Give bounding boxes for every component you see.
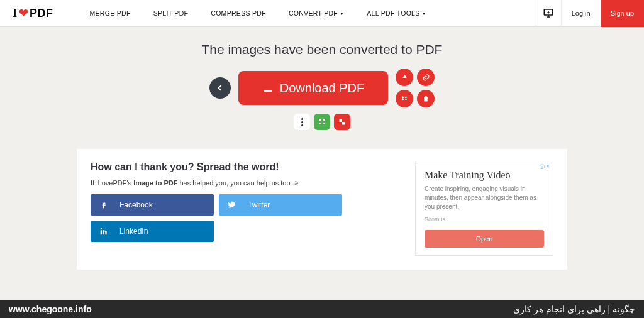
nav-merge[interactable]: MERGE PDF: [79, 9, 142, 17]
heart-icon: ❤: [19, 6, 29, 20]
svg-rect-2: [323, 119, 325, 121]
tool-red-button[interactable]: [334, 114, 350, 130]
ad-brand: Soomus: [425, 216, 544, 222]
chevron-down-icon: ▼: [340, 11, 344, 16]
svg-rect-1: [319, 119, 321, 121]
download-icon: [262, 82, 274, 94]
svg-rect-3: [319, 123, 321, 124]
success-title: The images have been converted to PDF: [0, 42, 644, 57]
logo-i: I: [13, 7, 18, 20]
logo-pdf: PDF: [30, 7, 53, 20]
linkedin-button[interactable]: LinkedIn: [91, 221, 214, 242]
footer-left: www.chegoone.info: [9, 304, 92, 314]
nav-compress[interactable]: COMPRESS PDF: [199, 9, 277, 17]
download-button[interactable]: Download PDF: [238, 71, 389, 105]
thank-left: How can I thank you? Spread the word! If…: [91, 162, 404, 256]
signup-button[interactable]: Sign up: [601, 0, 644, 27]
thank-sub: If iLovePDF's Image to PDF has helped yo…: [91, 179, 404, 187]
footer-right: چگونه | راهی برای انجام هر کاری: [513, 304, 635, 314]
twitter-icon: [228, 200, 236, 209]
google-drive-button[interactable]: [396, 69, 413, 86]
thank-card: How can I thank you? Spread the word! If…: [77, 149, 567, 270]
svg-rect-6: [342, 122, 345, 125]
share-grid: Facebook Twitter LinkedIn: [91, 194, 342, 242]
link-button[interactable]: [417, 69, 435, 86]
ad-open-button[interactable]: Open: [425, 230, 544, 248]
facebook-icon: [99, 200, 108, 209]
chevron-down-icon: ▼: [422, 11, 426, 16]
svg-rect-5: [340, 119, 343, 123]
header: I ❤ PDF MERGE PDF SPLIT PDF COMPRESS PDF…: [0, 0, 644, 27]
nav: MERGE PDF SPLIT PDF COMPRESS PDF CONVERT…: [79, 9, 438, 17]
svg-point-8: [101, 228, 102, 229]
facebook-button[interactable]: Facebook: [91, 194, 214, 216]
logo[interactable]: I ❤ PDF: [13, 6, 53, 20]
nav-all[interactable]: ALL PDF TOOLS▼: [355, 9, 437, 17]
svg-rect-7: [101, 230, 102, 234]
delete-button[interactable]: [417, 90, 435, 107]
nav-split[interactable]: SPLIT PDF: [142, 9, 200, 17]
desktop-download-icon[interactable]: [536, 0, 561, 27]
save-options: [396, 69, 435, 107]
ad-marker[interactable]: ⓘ✕: [540, 163, 550, 170]
download-row: Download PDF: [0, 69, 644, 107]
thank-title: How can I thank you? Spread the word!: [91, 162, 404, 173]
ad-box: ⓘ✕ Make Training Video Create inspiring,…: [415, 162, 553, 256]
login-button[interactable]: Log in: [561, 0, 601, 27]
more-button[interactable]: [294, 114, 310, 130]
ad-body: Create inspiring, engaging visuals in mi…: [425, 185, 544, 211]
header-right: Log in Sign up: [536, 0, 644, 26]
dropbox-button[interactable]: [396, 90, 413, 107]
tool-green-button[interactable]: [314, 114, 330, 130]
nav-convert[interactable]: CONVERT PDF▼: [277, 9, 355, 17]
download-label: Download PDF: [280, 81, 365, 96]
tools-row: [0, 114, 644, 130]
ad-title: Make Training Video: [425, 170, 544, 181]
svg-rect-4: [323, 123, 325, 124]
back-button[interactable]: [209, 77, 231, 99]
footer: www.chegoone.info چگونه | راهی برای انجا…: [0, 300, 644, 318]
linkedin-icon: [99, 227, 108, 236]
twitter-button[interactable]: Twitter: [219, 194, 342, 216]
